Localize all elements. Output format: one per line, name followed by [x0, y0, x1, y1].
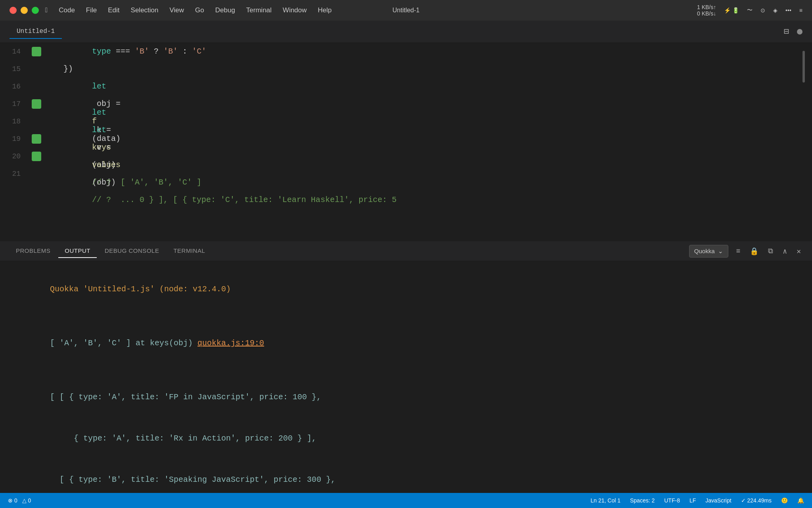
line-number-19: 19 — [0, 130, 32, 148]
output-header: Quokka 'Untitled-1.js' (node: v12.4.0) — [12, 269, 800, 310]
tab-problems[interactable]: PROBLEMS — [10, 244, 57, 258]
language-mode[interactable]: JavaScript — [705, 497, 731, 504]
profile-icon: ◈ — [773, 7, 778, 13]
output-panel: Quokka 'Untitled-1.js' (node: v12.4.0) [… — [0, 261, 812, 493]
menu-selection[interactable]: Selection — [131, 6, 159, 14]
menu-go[interactable]: Go — [195, 6, 204, 14]
line-number-17: 17 — [0, 95, 32, 113]
code-line-20: 20 let v = values (obj) // ? ... 0 } ], … — [0, 148, 812, 165]
lock-icon[interactable]: 🔒 — [748, 245, 760, 257]
line-number-18: 18 — [0, 113, 32, 130]
collapse-up-icon[interactable]: ∧ — [781, 245, 789, 257]
line-number-21: 21 — [0, 165, 32, 183]
list-view-icon[interactable]: ≡ — [735, 246, 742, 257]
line-number-20: 20 — [0, 148, 32, 165]
line-number-14: 14 — [0, 43, 32, 60]
list-icon: ≡ — [799, 7, 802, 13]
menu-debug[interactable]: Debug — [215, 6, 235, 14]
tab-label: Untitled-1 — [17, 28, 55, 35]
output-values-line2: { type: 'A', title: 'Rx in Action', pric… — [12, 418, 800, 459]
more-icon: ••• — [785, 7, 791, 13]
clock-icon: ⊙ — [760, 7, 765, 13]
menu-help[interactable]: Help — [318, 6, 332, 14]
menu-edit[interactable]: Edit — [108, 6, 119, 14]
menu-window[interactable]: Window — [283, 6, 306, 14]
run-indicator-17 — [32, 99, 41, 109]
output-keys-result: [ 'A', 'B', 'C' ] at keys(obj) quokka.js… — [12, 323, 800, 364]
run-indicator-16 — [32, 82, 41, 91]
menu-terminal[interactable]: Terminal — [246, 6, 272, 14]
warning-count[interactable]: △ 0 — [22, 497, 31, 504]
panel-controls: Quokka ⌄ ≡ 🔒 ⧉ ∧ ✕ — [689, 245, 802, 258]
line-number-15: 15 — [0, 60, 32, 78]
run-indicator-21 — [32, 169, 41, 179]
maximize-button[interactable] — [32, 7, 39, 14]
output-selector[interactable]: Quokka ⌄ — [689, 245, 728, 258]
run-indicator-19 — [32, 134, 41, 144]
tab-bar: Untitled-1 ⊟ — [0, 21, 812, 43]
code-editor: 14 type === 'B' ? 'B' : 'C' — [0, 43, 812, 241]
close-panel-icon[interactable]: ✕ — [795, 245, 802, 257]
run-indicator-20 — [32, 152, 41, 161]
run-indicator-15 — [32, 64, 41, 74]
emoji-icon: 🙂 — [781, 497, 788, 504]
file-encoding[interactable]: UTF-8 — [664, 497, 680, 504]
error-icon: ⊗ — [8, 497, 13, 504]
run-indicator-14 — [32, 47, 41, 56]
line-number-16: 16 — [0, 78, 32, 95]
panel-tab-bar: PROBLEMS OUTPUT DEBUG CONSOLE TERMINAL Q… — [0, 241, 812, 261]
tab-debug-console[interactable]: DEBUG CONSOLE — [98, 244, 165, 258]
titlebar-right: 1 KB/s↑ 0 KB/s↓ ⚡ 🔋 〜 ⊙ ◈ ••• ≡ — [697, 4, 802, 17]
editor-scrollbar[interactable] — [801, 43, 806, 241]
app-window:  Code File Edit Selection View Go Debug… — [0, 0, 812, 508]
indentation[interactable]: Spaces: 2 — [630, 497, 655, 504]
tab-untitled-1[interactable]: Untitled-1 — [10, 25, 62, 39]
run-indicator-18 — [32, 117, 41, 126]
status-bar: ⊗ 0 △ 0 Ln 21, Col 1 Spaces: 2 UTF-8 LF … — [0, 493, 812, 508]
dot-button[interactable] — [797, 29, 802, 35]
cursor-position[interactable]: Ln 21, Col 1 — [590, 497, 620, 504]
warning-icon: △ — [22, 497, 27, 504]
status-left: ⊗ 0 △ 0 — [8, 497, 31, 504]
titlebar:  Code File Edit Selection View Go Debug… — [0, 0, 812, 21]
bandwidth-display: 1 KB/s↑ 0 KB/s↓ — [697, 4, 716, 17]
menu-file[interactable]: File — [86, 6, 97, 14]
chevron-down-icon: ⌄ — [718, 248, 723, 255]
output-values-line1: [ [ { type: 'A', title: 'FP in JavaScrip… — [12, 377, 800, 418]
copy-icon[interactable]: ⧉ — [766, 246, 775, 257]
split-editor-icon[interactable]: ⊟ — [784, 26, 789, 37]
panel: PROBLEMS OUTPUT DEBUG CONSOLE TERMINAL Q… — [0, 241, 812, 493]
notification-bell-icon[interactable]: 🔔 — [797, 497, 804, 504]
window-title: Untitled-1 — [393, 7, 419, 14]
menu-view[interactable]: View — [170, 6, 184, 14]
minimize-button[interactable] — [21, 7, 28, 14]
traffic-lights — [10, 7, 39, 14]
output-blank-1 — [12, 310, 800, 323]
line-ending[interactable]: LF — [689, 497, 696, 504]
menu-code[interactable]: Code — [59, 6, 75, 14]
error-count[interactable]: ⊗ 0 — [8, 497, 17, 504]
wifi-icon: 〜 — [747, 7, 753, 14]
apple-menu[interactable]:  — [45, 6, 48, 14]
menu-bar:  Code File Edit Selection View Go Debug… — [45, 6, 332, 14]
tab-output[interactable]: OUTPUT — [58, 244, 97, 258]
tab-terminal[interactable]: TERMINAL — [167, 244, 211, 258]
output-values-line3: [ { type: 'B', title: 'Speaking JavaScri… — [12, 460, 800, 493]
status-right: Ln 21, Col 1 Spaces: 2 UTF-8 LF JavaScri… — [590, 497, 804, 504]
battery-icon: ⚡ 🔋 — [724, 7, 739, 13]
timing-display: ✓ 224.49ms — [741, 497, 772, 504]
output-blank-2 — [12, 364, 800, 377]
close-button[interactable] — [10, 7, 17, 14]
